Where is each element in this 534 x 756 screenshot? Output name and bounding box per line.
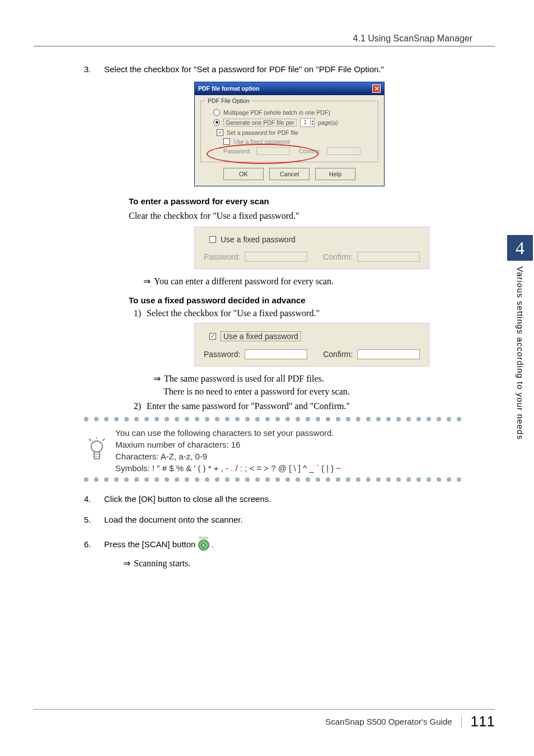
- ok-button[interactable]: OK: [223, 168, 264, 180]
- checkbox-set-password-label: Set a password for PDF file: [227, 129, 298, 136]
- chapter-title-vertical: Various settings according to your needs: [516, 266, 525, 440]
- step-3-text: Select the checkbox for "Set a password …: [104, 63, 495, 76]
- sub1-pw-label: Password:: [204, 252, 240, 261]
- sub2-step1-text: Select the checkbox for "Use a fixed pas…: [147, 308, 495, 318]
- sub2-step2-text: Enter the same password for "Password" a…: [147, 401, 495, 411]
- step-5-number: 5.: [84, 514, 96, 527]
- sub2-pw-field[interactable]: [245, 349, 307, 359]
- sub1-confirm-label: Confirm:: [323, 252, 353, 261]
- dialog-titlebar: PDF file format option ✕: [195, 82, 384, 95]
- step-3-number: 3.: [84, 63, 96, 76]
- pages-value: 1: [301, 119, 311, 125]
- tip-line1: You can use the following characters to …: [115, 427, 341, 439]
- sub1-line: Clear the checkbox for "Use a fixed pass…: [129, 209, 495, 222]
- tip-line4: Symbols: ! " # $ % & ' ( ) * + , - . / :…: [115, 462, 341, 474]
- sub1-checkbox[interactable]: [209, 236, 216, 243]
- dot-row-top: [84, 417, 495, 421]
- footer-page-number: 111: [471, 713, 495, 730]
- svg-line-3: [102, 439, 105, 441]
- help-button[interactable]: Help: [315, 168, 355, 180]
- footer-divider: [461, 716, 462, 728]
- lightbulb-icon: [86, 437, 107, 464]
- radio-generate-per-label: Generate one PDF file per: [223, 119, 297, 126]
- tip-line2: Maxium number of characters: 16: [115, 439, 341, 450]
- sub1-panel: Use a fixed password Password: Confirm:: [194, 227, 429, 269]
- sub2-result1: The same password is used for all PDF fi…: [153, 372, 495, 385]
- sub2-confirm-label: Confirm:: [323, 350, 353, 359]
- step-4-text: Click the [OK] button to close all the s…: [104, 493, 495, 506]
- fieldset-legend: PDF File Option: [205, 97, 252, 104]
- confirm-field[interactable]: [327, 147, 360, 155]
- sub1-pw-field[interactable]: [245, 252, 307, 262]
- sub1-result: You can enter a different password for e…: [143, 275, 495, 288]
- close-icon[interactable]: ✕: [372, 84, 381, 93]
- sub2-result2: There is no need to enter a password for…: [163, 385, 495, 398]
- step-6-number: 6.: [84, 538, 96, 551]
- step-5-text: Load the document onto the scanner.: [104, 514, 495, 527]
- footer-guide-title: ScanSnap S500 Operator's Guide: [325, 717, 452, 726]
- cancel-button[interactable]: Cancel: [269, 168, 310, 180]
- sub2-step1-num: 1): [129, 308, 141, 318]
- sub2-panel: Use a fixed password Password: Confirm:: [194, 323, 429, 367]
- radio-generate-per[interactable]: [213, 119, 220, 126]
- sub2-checkbox-label: Use a fixed password: [221, 331, 301, 341]
- footer-rule: [34, 709, 495, 710]
- sub2-confirm-field[interactable]: [357, 349, 420, 359]
- dot-row-bottom: [84, 477, 495, 482]
- radio-multipage[interactable]: [213, 109, 220, 116]
- dialog-title: PDF file format option: [198, 85, 260, 92]
- step-6-result: Scanning starts.: [123, 557, 495, 570]
- pdf-options-dialog: PDF file format option ✕ PDF File Option…: [194, 82, 385, 186]
- sub2-pw-label: Password:: [204, 350, 240, 359]
- step-6-text: Press the [SCAN] button .: [104, 538, 495, 551]
- step-4-number: 4.: [84, 493, 96, 506]
- checkbox-set-password[interactable]: [217, 129, 223, 136]
- sub2-step2-num: 2): [129, 401, 141, 411]
- pages-unit: page(s): [318, 119, 338, 126]
- chapter-number-badge: 4: [507, 235, 533, 261]
- tip-line3: Characters: A-Z, a-z, 0-9: [115, 450, 341, 462]
- scan-button-icon: [198, 539, 209, 551]
- chapter-side-tab: 4 Various settings according to your nee…: [506, 235, 534, 526]
- sub1-confirm-field[interactable]: [357, 252, 420, 262]
- callout-ellipse: [207, 144, 318, 164]
- svg-rect-4: [94, 452, 100, 459]
- pages-spinner[interactable]: 1 ▲▼: [300, 118, 315, 127]
- radio-multipage-label: Multipage PDF (whole batch in one PDF): [223, 109, 330, 116]
- header-section-title: 4.1 Using ScanSnap Manager: [34, 34, 495, 44]
- svg-line-2: [89, 439, 91, 441]
- sub2-heading: To use a fixed password decided in advan…: [129, 295, 495, 305]
- sub1-heading: To enter a password for every scan: [129, 196, 495, 206]
- checkbox-use-fixed[interactable]: [223, 138, 230, 145]
- svg-point-0: [91, 441, 102, 452]
- sub2-checkbox[interactable]: [209, 333, 216, 340]
- sub1-checkbox-label: Use a fixed password: [221, 235, 296, 244]
